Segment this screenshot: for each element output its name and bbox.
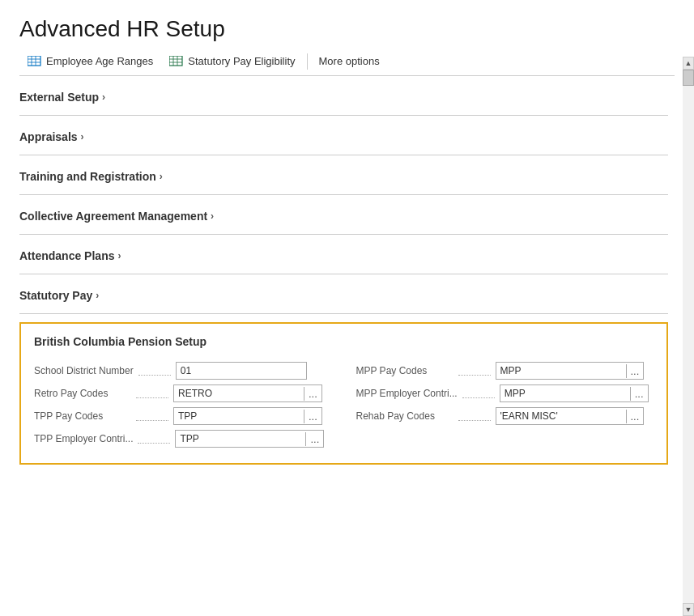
section-external-setup-label: External Setup [19,91,99,104]
field-input-rehab-pay[interactable] [496,408,626,424]
pension-setup-title: British Columbia Pension Setup [34,335,654,348]
svg-rect-5 [169,56,182,66]
svg-rect-0 [28,56,40,66]
section-collective-agreement: Collective Agreement Management › [19,195,668,235]
field-dots-school-district [138,375,171,376]
pension-setup-box: British Columbia Pension Setup School Di… [19,322,668,465]
tab-statutory-pay-eligibility-label: Statutory Pay Eligibility [188,55,295,67]
section-external-setup-header[interactable]: External Setup › [19,91,668,104]
ellipsis-btn-tpp-pay[interactable]: ... [304,410,321,423]
section-appraisals-label: Appraisals [19,130,78,143]
section-appraisals-header[interactable]: Appraisals › [19,130,668,143]
section-collective-agreement-header[interactable]: Collective Agreement Management › [19,210,668,223]
field-input-tpp-pay[interactable] [174,408,304,424]
field-input-mpp-pay[interactable] [496,363,626,379]
more-options-link[interactable]: More options [311,52,388,70]
field-input-mpp-employer[interactable] [500,385,630,401]
field-label-school-district: School District Number [34,365,134,376]
ellipsis-btn-rehab-pay[interactable]: ... [626,410,644,423]
tab-statutory-pay-eligibility[interactable]: Statutory Pay Eligibility [161,52,303,70]
chevron-right-icon-attendance: › [117,250,121,261]
section-training-registration: Training and Registration › [19,155,668,195]
field-wrapper-mpp-employer: ... [500,384,649,402]
content-area: External Setup › Appraisals › Training a… [19,76,675,616]
section-training-registration-label: Training and Registration [19,170,156,183]
pension-fields-grid: School District Number Retro Pay Codes .… [34,359,654,450]
tab-employee-age-ranges[interactable]: Employee Age Ranges [19,52,161,70]
field-row-tpp-employer: TPP Employer Contri... ... [34,427,332,450]
field-label-mpp-pay: MPP Pay Codes [356,365,453,376]
field-dots-rehab-pay [458,420,491,421]
field-row-rehab-pay: Rehab Pay Codes ... [356,405,654,427]
section-external-setup: External Setup › [19,76,668,116]
employee-age-ranges-icon [28,56,42,67]
chevron-right-icon-statutory: › [96,290,99,301]
section-attendance-plans-header[interactable]: Attendance Plans › [19,249,668,262]
field-dots-tpp-pay [136,420,168,421]
field-wrapper-rehab-pay: ... [496,407,645,425]
tab-separator [307,53,308,70]
section-statutory-pay-label: Statutory Pay [19,289,92,302]
field-row-tpp-pay: TPP Pay Codes ... [34,405,332,427]
section-collective-agreement-label: Collective Agreement Management [19,210,207,223]
statutory-pay-eligibility-icon [169,56,184,67]
scrollbar-arrow-up[interactable]: ▲ [683,57,694,70]
page-container: Advanced HR Setup Employee Age Ranges [0,0,694,616]
section-appraisals: Appraisals › [19,116,668,155]
field-row-mpp-employer: MPP Employer Contri... ... [356,382,654,405]
section-statutory-pay: Statutory Pay › [19,274,668,314]
pension-fields-right: MPP Pay Codes ... MPP Employer Contri... [356,359,654,450]
ellipsis-btn-tpp-employer[interactable]: ... [305,432,323,446]
field-wrapper-retro-pay: ... [173,384,322,402]
field-row-school-district: School District Number [34,359,332,382]
chevron-right-icon-external-setup: › [102,91,105,103]
tab-employee-age-ranges-label: Employee Age Ranges [46,55,153,67]
page-title: Advanced HR Setup [19,16,675,42]
section-statutory-pay-header[interactable]: Statutory Pay › [19,289,668,302]
tab-bar: Employee Age Ranges Statutory Pay Eligib… [19,52,675,76]
scrollbar[interactable]: ▲ ▼ [683,57,694,616]
scrollbar-thumb[interactable] [683,70,694,86]
field-label-mpp-employer: MPP Employer Contri... [356,388,458,399]
field-label-retro-pay: Retro Pay Codes [34,388,131,399]
field-row-retro-pay: Retro Pay Codes ... [34,382,332,405]
field-input-retro-pay[interactable] [174,385,304,401]
field-input-tpp-employer[interactable] [176,431,305,447]
field-wrapper-tpp-pay: ... [173,407,322,425]
ellipsis-btn-mpp-employer[interactable]: ... [630,387,648,401]
field-wrapper-tpp-employer: ... [175,430,324,448]
field-dots-mpp-employer [462,397,495,398]
field-dots-tpp-employer [138,443,170,444]
chevron-right-icon-collective: › [211,210,214,222]
field-input-school-district[interactable] [176,362,307,380]
section-attendance-plans: Attendance Plans › [19,235,668,274]
field-label-tpp-employer: TPP Employer Contri... [34,433,133,444]
chevron-right-icon-training: › [160,171,163,182]
ellipsis-btn-retro-pay[interactable]: ... [304,387,321,401]
field-label-tpp-pay: TPP Pay Codes [34,410,131,422]
ellipsis-btn-mpp-pay[interactable]: ... [626,364,644,378]
section-attendance-plans-label: Attendance Plans [19,249,114,262]
chevron-right-icon-appraisals: › [81,131,84,142]
field-label-rehab-pay: Rehab Pay Codes [356,410,453,422]
field-row-mpp-pay: MPP Pay Codes ... [356,359,654,382]
field-dots-mpp-pay [458,375,491,376]
section-training-registration-header[interactable]: Training and Registration › [19,170,668,183]
scrollbar-arrow-down[interactable]: ▼ [683,603,694,616]
field-wrapper-mpp-pay: ... [496,362,645,380]
pension-fields-left: School District Number Retro Pay Codes .… [34,359,332,450]
field-dots-retro-pay [136,397,168,398]
